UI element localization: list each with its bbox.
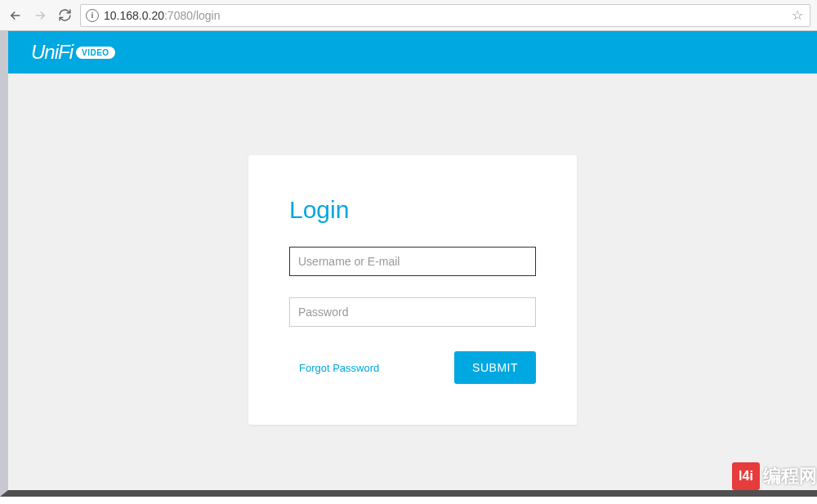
top-banner: UniFi VIDEO xyxy=(8,31,817,74)
back-button[interactable] xyxy=(7,7,25,25)
watermark-text: 编程网 xyxy=(763,464,817,488)
login-actions-row: Forgot Password SUBMIT xyxy=(289,351,536,384)
watermark: l4i 编程网 xyxy=(732,462,817,490)
login-card: Login Forgot Password SUBMIT xyxy=(248,155,577,425)
logo: UniFi VIDEO xyxy=(31,41,115,64)
bookmark-star-icon[interactable]: ☆ xyxy=(792,7,805,23)
reload-button[interactable] xyxy=(56,7,74,25)
browser-toolbar: i 10.168.0.20:7080/login ☆ xyxy=(0,0,817,31)
logo-text: UniFi xyxy=(31,41,73,64)
forgot-password-link[interactable]: Forgot Password xyxy=(289,362,379,374)
login-title: Login xyxy=(289,196,536,224)
submit-button[interactable]: SUBMIT xyxy=(454,351,536,384)
url-text: 10.168.0.20:7080/login xyxy=(104,9,787,22)
forward-button[interactable] xyxy=(31,7,49,25)
site-info-icon[interactable]: i xyxy=(86,9,99,22)
logo-badge: VIDEO xyxy=(76,47,115,59)
page-body: UniFi VIDEO Login Forgot Password SUBMIT… xyxy=(0,31,817,497)
address-bar[interactable]: i 10.168.0.20:7080/login ☆ xyxy=(80,4,810,27)
watermark-badge: l4i xyxy=(732,462,760,490)
username-input[interactable] xyxy=(289,247,536,276)
password-input[interactable] xyxy=(289,297,536,327)
